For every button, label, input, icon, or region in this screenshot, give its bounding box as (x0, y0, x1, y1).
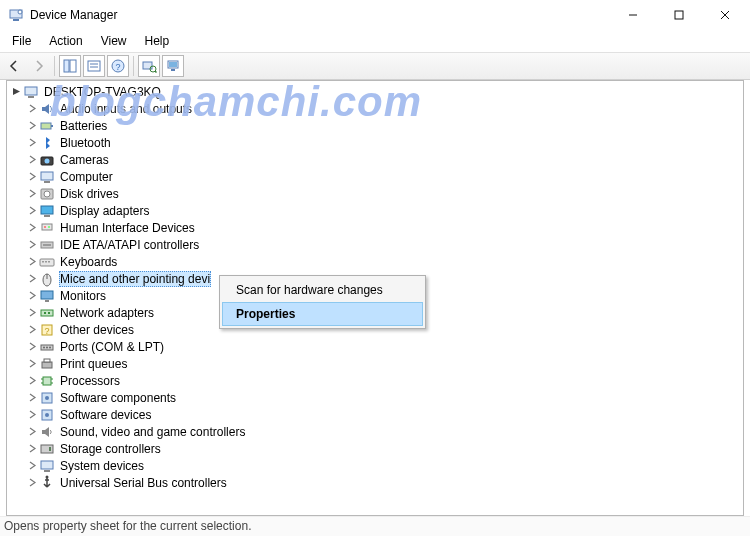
statusbar: Opens property sheet for the current sel… (0, 516, 750, 536)
tree-item[interactable]: Audio inputs and outputs (7, 100, 743, 117)
expand-icon[interactable] (25, 153, 39, 167)
tree-item[interactable]: System devices (7, 457, 743, 474)
tree-item[interactable]: IDE ATA/ATAPI controllers (7, 236, 743, 253)
expand-icon[interactable] (25, 136, 39, 150)
svg-rect-54 (42, 362, 52, 368)
expand-icon[interactable] (25, 476, 39, 490)
ctx-properties[interactable]: Properties (222, 302, 423, 326)
svg-point-69 (46, 475, 49, 478)
expand-icon[interactable] (25, 272, 39, 286)
svg-rect-44 (45, 300, 49, 302)
show-hide-tree-button[interactable] (59, 55, 81, 77)
svg-point-2 (18, 10, 22, 14)
toolbar: ? (0, 52, 750, 80)
expand-icon[interactable] (25, 102, 39, 116)
tree-item[interactable]: Software devices (7, 406, 743, 423)
svg-rect-20 (25, 87, 37, 95)
tree-item[interactable]: Cameras (7, 151, 743, 168)
scan-hardware-button[interactable] (138, 55, 160, 77)
tree-item[interactable]: Sound, video and game controllers (7, 423, 743, 440)
tree-item[interactable]: Ports (COM & LPT) (7, 338, 743, 355)
svg-rect-47 (48, 312, 50, 314)
svg-rect-32 (42, 224, 52, 230)
tree-item-label: Other devices (59, 323, 135, 337)
expand-icon[interactable] (25, 238, 39, 252)
tree-item[interactable]: Universal Serial Bus controllers (7, 474, 743, 491)
expand-icon[interactable] (25, 374, 39, 388)
expand-icon[interactable] (25, 357, 39, 371)
expand-icon[interactable] (25, 221, 39, 235)
expand-icon[interactable] (25, 459, 39, 473)
svg-rect-67 (41, 461, 53, 469)
ctx-scan-hardware[interactable]: Scan for hardware changes (222, 278, 423, 302)
expand-icon[interactable] (25, 425, 39, 439)
expand-icon[interactable] (25, 170, 39, 184)
device-category-icon (39, 118, 55, 134)
svg-text:?: ? (115, 62, 120, 72)
expand-icon[interactable] (25, 408, 39, 422)
tree-root[interactable]: DESKTOP-TVAG3KQ (7, 83, 743, 100)
device-category-icon (39, 390, 55, 406)
svg-point-34 (48, 226, 50, 228)
svg-rect-23 (51, 125, 53, 127)
svg-rect-4 (675, 11, 683, 19)
tree-item[interactable]: Batteries (7, 117, 743, 134)
tree-item[interactable]: Processors (7, 372, 743, 389)
minimize-button[interactable] (610, 0, 656, 30)
svg-point-29 (44, 191, 50, 197)
tree-item-label: Software devices (59, 408, 152, 422)
devices-printers-button[interactable] (162, 55, 184, 77)
svg-point-64 (45, 413, 49, 417)
svg-rect-56 (43, 377, 51, 385)
tree-item[interactable]: Disk drives (7, 185, 743, 202)
svg-rect-30 (41, 206, 53, 214)
device-category-icon (39, 458, 55, 474)
tree-item-label: Monitors (59, 289, 107, 303)
tree-item[interactable]: Display adapters (7, 202, 743, 219)
maximize-button[interactable] (656, 0, 702, 30)
menu-help[interactable]: Help (137, 32, 178, 50)
menu-file[interactable]: File (4, 32, 39, 50)
properties-toolbar-button[interactable] (83, 55, 105, 77)
tree-item-label: Software components (59, 391, 177, 405)
svg-rect-8 (70, 60, 76, 72)
help-button[interactable]: ? (107, 55, 129, 77)
svg-rect-43 (41, 291, 53, 299)
expand-icon[interactable] (25, 204, 39, 218)
tree-item-label: Mice and other pointing devi (59, 271, 211, 287)
tree-item[interactable]: Human Interface Devices (7, 219, 743, 236)
expand-icon[interactable] (25, 119, 39, 133)
device-category-icon (39, 305, 55, 321)
expand-icon[interactable] (25, 442, 39, 456)
svg-rect-66 (49, 447, 51, 451)
menu-action[interactable]: Action (41, 32, 90, 50)
svg-rect-45 (41, 310, 53, 316)
tree-item[interactable]: Storage controllers (7, 440, 743, 457)
svg-rect-31 (44, 215, 50, 217)
expand-icon[interactable] (25, 391, 39, 405)
tree-item[interactable]: Print queues (7, 355, 743, 372)
expand-icon[interactable] (25, 289, 39, 303)
tree-item[interactable]: Bluetooth (7, 134, 743, 151)
tree-item-label: Disk drives (59, 187, 120, 201)
tree-item[interactable]: Software components (7, 389, 743, 406)
close-button[interactable] (702, 0, 748, 30)
svg-point-51 (43, 346, 45, 348)
forward-button[interactable] (28, 55, 50, 77)
svg-text:?: ? (44, 326, 49, 336)
expand-icon[interactable] (25, 323, 39, 337)
expand-icon[interactable] (25, 187, 39, 201)
window-title: Device Manager (30, 8, 610, 22)
expand-icon[interactable] (25, 306, 39, 320)
collapse-icon[interactable] (9, 85, 23, 99)
svg-rect-9 (88, 61, 100, 71)
back-button[interactable] (4, 55, 26, 77)
menu-view[interactable]: View (93, 32, 135, 50)
tree-item[interactable]: Keyboards (7, 253, 743, 270)
svg-rect-27 (44, 181, 50, 183)
device-category-icon (39, 135, 55, 151)
expand-icon[interactable] (25, 255, 39, 269)
expand-icon[interactable] (25, 340, 39, 354)
device-category-icon (39, 373, 55, 389)
tree-item[interactable]: Computer (7, 168, 743, 185)
